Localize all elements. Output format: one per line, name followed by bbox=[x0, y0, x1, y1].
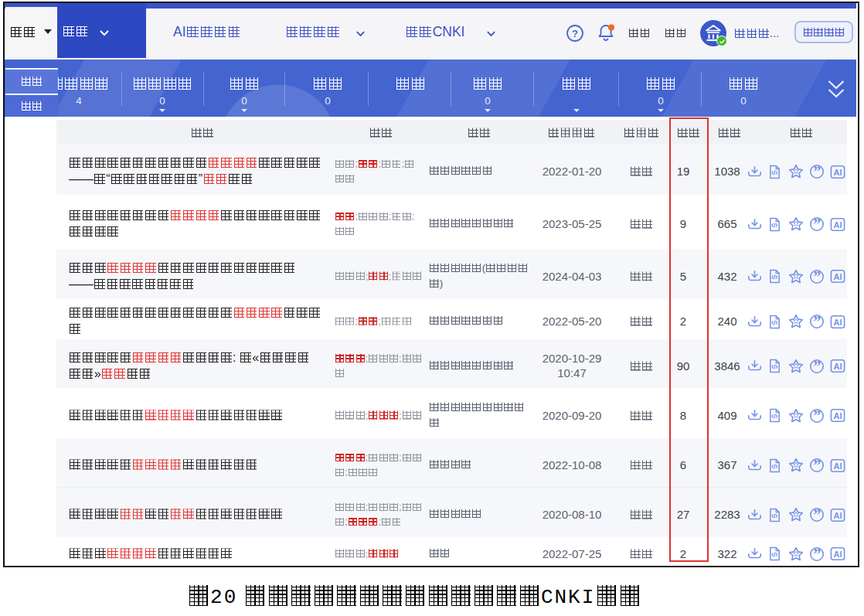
svg-text:AI: AI bbox=[834, 550, 842, 559]
svg-text:?: ? bbox=[572, 28, 578, 39]
svg-text:AI: AI bbox=[834, 411, 842, 420]
svg-text:”: ” bbox=[813, 507, 821, 522]
svg-text:”: ” bbox=[813, 314, 821, 329]
svg-text:”: ” bbox=[813, 408, 821, 424]
svg-text:”: ” bbox=[813, 359, 821, 374]
svg-text:AI: AI bbox=[834, 461, 842, 470]
svg-text:AI: AI bbox=[834, 272, 842, 281]
svg-text:”: ” bbox=[813, 216, 821, 232]
svg-text:AI: AI bbox=[834, 362, 842, 371]
svg-text:AI: AI bbox=[834, 317, 842, 326]
svg-text:AI: AI bbox=[834, 220, 842, 229]
svg-text:”: ” bbox=[813, 269, 821, 284]
svg-text:”: ” bbox=[813, 546, 821, 562]
svg-text:AI: AI bbox=[834, 167, 842, 176]
svg-text:”: ” bbox=[813, 458, 821, 473]
svg-text:”: ” bbox=[813, 164, 821, 179]
svg-text:AI: AI bbox=[834, 510, 842, 519]
